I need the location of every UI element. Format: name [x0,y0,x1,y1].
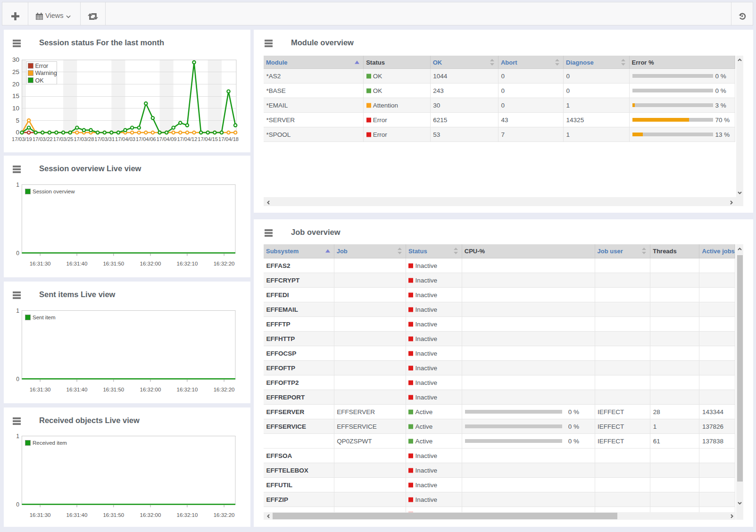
svg-text:16:31:40: 16:31:40 [66,261,88,266]
svg-text:15: 15 [12,92,19,100]
svg-text:17/04/12: 17/04/12 [177,136,197,142]
svg-text:16:31:30: 16:31:30 [30,387,51,392]
svg-text:16:32:10: 16:32:10 [177,261,198,266]
svg-text:17/04/03: 17/04/03 [115,136,135,142]
svg-text:Error: Error [35,63,49,69]
svg-text:16:31:30: 16:31:30 [30,261,51,266]
svg-text:1: 1 [16,308,19,314]
svg-text:0: 0 [16,250,19,257]
svg-text:0: 0 [16,129,19,136]
svg-text:OK: OK [35,77,44,84]
svg-text:16:32:00: 16:32:00 [140,261,161,266]
svg-text:16:32:20: 16:32:20 [214,512,235,518]
svg-text:16:31:50: 16:31:50 [103,261,124,266]
svg-text:17/04/06: 17/04/06 [136,136,156,142]
svg-text:30: 30 [12,56,19,63]
svg-text:Received item: Received item [33,440,67,446]
svg-text:16:32:10: 16:32:10 [177,512,198,518]
svg-text:17/04/09: 17/04/09 [157,136,177,142]
svg-text:17/04/18: 17/04/18 [218,136,239,142]
svg-text:10: 10 [12,105,19,112]
svg-text:0: 0 [16,376,19,382]
svg-text:5: 5 [16,117,19,124]
svg-text:16:32:20: 16:32:20 [214,261,235,266]
svg-text:17/03/25: 17/03/25 [53,136,74,142]
svg-text:Session overview: Session overview [33,189,75,194]
svg-text:0: 0 [16,501,19,508]
svg-text:16:32:00: 16:32:00 [140,512,161,518]
svg-text:17/03/22: 17/03/22 [33,136,53,142]
svg-text:16:32:00: 16:32:00 [140,387,161,392]
svg-text:16:31:40: 16:31:40 [66,387,88,392]
svg-text:16:31:40: 16:31:40 [66,512,88,518]
svg-text:Sent item: Sent item [33,315,56,320]
svg-text:16:31:50: 16:31:50 [103,512,124,518]
svg-text:1: 1 [16,182,19,188]
svg-text:25: 25 [12,68,19,75]
svg-text:16:31:50: 16:31:50 [103,387,124,392]
svg-text:16:32:10: 16:32:10 [177,387,198,392]
svg-text:17/03/19: 17/03/19 [12,136,32,142]
svg-text:1: 1 [16,433,19,440]
svg-text:Warning: Warning [35,70,57,76]
svg-text:16:32:20: 16:32:20 [214,387,235,392]
svg-text:20: 20 [12,81,19,88]
svg-text:17/03/28: 17/03/28 [74,136,94,142]
svg-text:16:31:30: 16:31:30 [30,512,51,518]
svg-text:17/03/31: 17/03/31 [94,136,115,142]
svg-text:17/04/15: 17/04/15 [198,136,218,142]
